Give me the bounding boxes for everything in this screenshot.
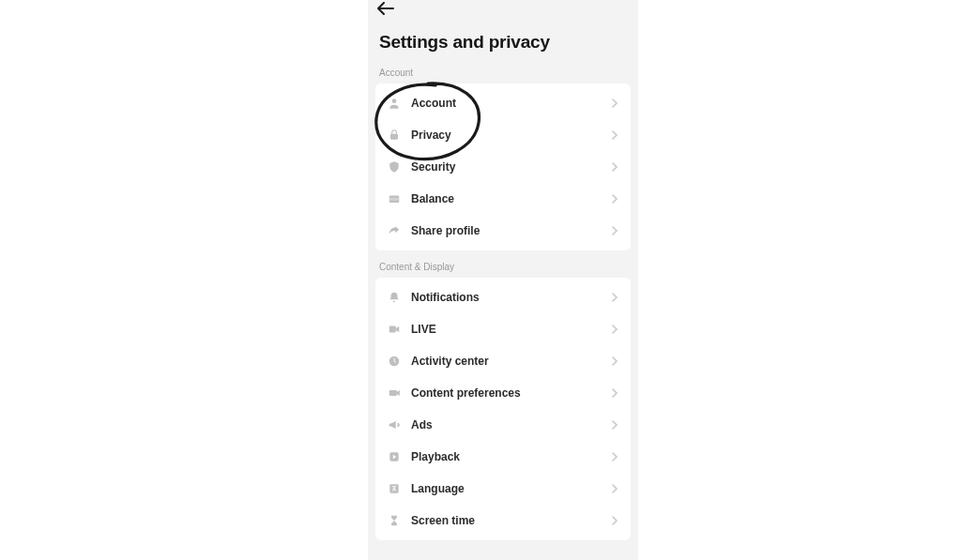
- row-privacy[interactable]: Privacy: [375, 119, 631, 151]
- video-icon: [387, 322, 402, 337]
- back-button[interactable]: [377, 2, 402, 19]
- row-label: Screen time: [402, 514, 610, 527]
- row-ads[interactable]: Ads: [375, 409, 631, 441]
- chevron-right-icon: [610, 130, 619, 140]
- svg-rect-1: [390, 134, 398, 140]
- svg-point-0: [392, 98, 397, 103]
- row-live[interactable]: LIVE: [375, 313, 631, 345]
- section-card-content-display: Notifications LIVE Activity center Conte…: [375, 278, 631, 540]
- section-card-account: Account Privacy Security Balance Share p…: [375, 83, 631, 250]
- chevron-right-icon: [610, 98, 619, 108]
- chevron-right-icon: [610, 484, 619, 493]
- chevron-right-icon: [610, 293, 619, 302]
- row-label: Notifications: [402, 291, 610, 304]
- row-label: Security: [402, 160, 610, 174]
- megaphone-icon: [387, 417, 402, 432]
- row-label: Activity center: [402, 355, 610, 368]
- bell-icon: [387, 290, 402, 305]
- row-label: Language: [402, 482, 610, 495]
- chevron-right-icon: [610, 162, 619, 172]
- chevron-right-icon: [610, 420, 619, 430]
- row-label: Account: [402, 97, 610, 110]
- film-icon: [387, 386, 402, 401]
- chevron-right-icon: [610, 516, 619, 525]
- shield-icon: [387, 159, 402, 174]
- play-icon: [387, 449, 402, 464]
- chevron-right-icon: [610, 356, 619, 366]
- row-label: Balance: [402, 192, 610, 205]
- wallet-icon: [387, 191, 402, 206]
- row-label: Privacy: [402, 129, 610, 142]
- row-label: Ads: [402, 418, 610, 431]
- chevron-right-icon: [610, 226, 619, 235]
- row-content-preferences[interactable]: Content preferences: [375, 377, 631, 409]
- svg-rect-3: [389, 198, 400, 201]
- row-label: Share profile: [402, 224, 610, 237]
- row-label: Playback: [402, 450, 610, 463]
- row-screen-time[interactable]: Screen time: [375, 505, 631, 537]
- section-label-content-display: Content & Display: [368, 262, 638, 278]
- row-share-profile[interactable]: Share profile: [375, 215, 631, 247]
- row-label: LIVE: [402, 323, 610, 336]
- row-label: Content preferences: [402, 386, 610, 400]
- row-language[interactable]: Language: [375, 473, 631, 505]
- share-icon: [387, 223, 402, 238]
- svg-rect-6: [389, 390, 397, 396]
- settings-screen: Settings and privacy Account Account Pri…: [368, 0, 638, 560]
- row-activity-center[interactable]: Activity center: [375, 345, 631, 377]
- top-bar: [368, 0, 638, 19]
- lock-icon: [387, 128, 402, 143]
- svg-rect-4: [389, 326, 396, 333]
- clock-icon: [387, 354, 402, 369]
- row-balance[interactable]: Balance: [375, 183, 631, 215]
- chevron-right-icon: [610, 325, 619, 334]
- row-account[interactable]: Account: [375, 87, 631, 119]
- chevron-right-icon: [610, 388, 619, 398]
- row-notifications[interactable]: Notifications: [375, 281, 631, 313]
- language-icon: [387, 481, 402, 496]
- arrow-left-icon: [377, 2, 394, 19]
- hourglass-icon: [387, 513, 402, 528]
- section-label-account: Account: [368, 68, 638, 83]
- chevron-right-icon: [610, 452, 619, 462]
- row-playback[interactable]: Playback: [375, 441, 631, 473]
- chevron-right-icon: [610, 194, 619, 204]
- row-security[interactable]: Security: [375, 151, 631, 183]
- page-title: Settings and privacy: [368, 19, 638, 68]
- person-icon: [387, 96, 402, 111]
